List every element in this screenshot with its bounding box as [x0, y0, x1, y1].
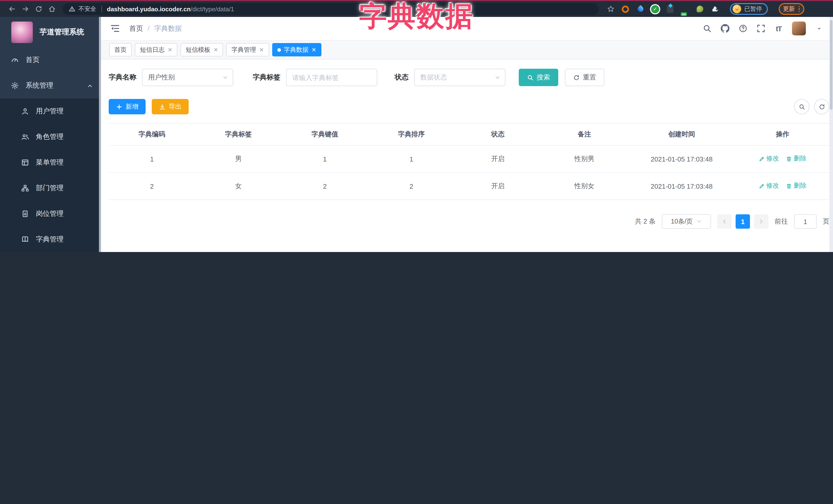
extension-check[interactable]: ✓	[650, 4, 660, 14]
page-size-select[interactable]: 10条/页	[662, 214, 711, 229]
prev-page-button[interactable]	[717, 214, 732, 229]
back-arrow-icon	[8, 5, 16, 13]
dict-data-table: 字典编码 字典标签 字典键值 字典排序 状态 备注 创建时间 操作 1	[109, 123, 829, 200]
sidebar-item-user-mgmt[interactable]: 用户管理	[0, 98, 101, 124]
sidebar-item-home[interactable]: 首页	[0, 47, 101, 73]
update-button[interactable]: 更新	[779, 3, 804, 15]
collapse-sidebar-button[interactable]	[109, 23, 120, 34]
sidebar-item-dict-mgmt[interactable]: 字典管理	[0, 226, 101, 252]
reset-button[interactable]: 重置	[565, 69, 604, 86]
col-actions: 操作	[736, 123, 829, 145]
trash-icon	[786, 183, 792, 189]
cell-actions: 修改 删除	[736, 172, 829, 200]
tab-home[interactable]: 首页	[109, 43, 132, 56]
refresh-table-button[interactable]	[814, 99, 829, 114]
browser-menu-dots-icon[interactable]	[799, 6, 800, 12]
search-form: 字典名称 用户性别 字典标签 状态 数据状态	[109, 69, 829, 86]
tab-sms-template[interactable]: 短信模板✕	[181, 43, 223, 56]
add-button[interactable]: 新增	[109, 99, 146, 114]
profile-emoji-icon	[733, 5, 741, 13]
browser-extensions: ✓ on 已暂停 更新	[606, 3, 804, 15]
cell-code: 1	[109, 145, 195, 172]
current-page-button[interactable]: 1	[736, 214, 750, 229]
chevron-down-icon	[495, 75, 500, 80]
question-icon	[738, 24, 747, 33]
avatar-menu-caret[interactable]	[814, 24, 824, 33]
extensions-menu-button[interactable]	[710, 4, 719, 14]
tab-sms-log[interactable]: 短信日志✕	[135, 43, 177, 56]
extension-slider[interactable]	[665, 4, 674, 14]
orange-ring-icon	[622, 5, 629, 13]
window-scrollbar[interactable]	[829, 17, 833, 252]
user-avatar[interactable]	[792, 22, 806, 35]
next-page-button[interactable]	[754, 214, 768, 229]
close-tab-icon[interactable]: ✕	[168, 47, 172, 52]
book-icon	[21, 235, 29, 243]
extension-switch[interactable]: on	[680, 4, 689, 14]
sidebar-submenu-system: 用户管理 角色管理 菜单管理 部门管理 岗位管理	[0, 98, 101, 252]
dict-name-label: 字典名称	[109, 73, 136, 82]
col-code: 字典编码	[109, 123, 195, 145]
dashboard-icon	[11, 56, 19, 64]
extension-pin[interactable]	[636, 4, 645, 14]
extension-bird[interactable]	[695, 4, 704, 14]
blue-pin-icon	[636, 5, 644, 13]
breadcrumb-current: 字典数据	[154, 24, 182, 33]
search-button[interactable]: 搜索	[519, 69, 558, 86]
header-search-button[interactable]	[702, 24, 712, 33]
extension-orange[interactable]	[621, 4, 630, 14]
pencil-icon	[759, 156, 765, 162]
user-icon	[21, 107, 29, 115]
sidebar-item-post-mgmt[interactable]: 岗位管理	[0, 201, 101, 226]
address-bar[interactable]: 不安全 dashboard.yudao.iocoder.cn/dict/type…	[63, 3, 599, 15]
dict-name-select[interactable]: 用户性别	[142, 69, 233, 86]
back-button[interactable]	[5, 2, 19, 16]
star-icon	[607, 5, 614, 13]
close-tab-icon[interactable]: ✕	[213, 47, 218, 52]
edit-link[interactable]: 修改	[759, 154, 779, 163]
org-tree-icon	[21, 184, 29, 192]
github-button[interactable]	[720, 24, 730, 33]
search-icon	[799, 103, 805, 110]
delete-link[interactable]: 删除	[786, 182, 807, 190]
col-status: 状态	[455, 123, 541, 145]
dict-tag-input[interactable]	[286, 69, 377, 86]
scrollbar-thumb[interactable]	[830, 20, 832, 110]
search-icon	[527, 74, 533, 81]
help-button[interactable]	[738, 24, 747, 33]
active-tab-dot	[277, 48, 281, 51]
forward-arrow-icon	[21, 5, 29, 13]
sidebar-scrollbar[interactable]	[99, 17, 101, 252]
on-badge: on	[681, 12, 687, 16]
status-select[interactable]: 数据状态	[414, 69, 505, 86]
delete-link[interactable]: 删除	[786, 154, 807, 163]
forward-button[interactable]	[19, 2, 32, 16]
close-tab-icon[interactable]: ✕	[311, 47, 316, 52]
tab-dict-mgmt[interactable]: 字典管理✕	[226, 43, 269, 56]
dict-name-value: 用户性别	[148, 73, 175, 82]
fullscreen-button[interactable]	[756, 24, 765, 33]
breadcrumb-home[interactable]: 首页	[129, 24, 143, 33]
main-area: 首页 / 字典数据 tT 首页 短信日志✕ 短信模板✕ 字典	[101, 17, 833, 252]
sidebar-logo-row[interactable]: 芋道管理系统	[0, 17, 101, 47]
tab-dict-data[interactable]: 字典数据✕	[272, 43, 321, 56]
home-button[interactable]	[45, 2, 58, 16]
export-button[interactable]: 导出	[152, 99, 189, 114]
sidebar-item-system[interactable]: 系统管理	[0, 73, 101, 98]
toggle-search-button[interactable]	[794, 99, 809, 114]
bookmark-star-button[interactable]	[606, 4, 615, 14]
page-buttons: 1	[717, 214, 768, 229]
goto-page-input[interactable]	[794, 214, 816, 229]
sidebar-item-dept-mgmt[interactable]: 部门管理	[0, 175, 101, 201]
sidebar-item-role-mgmt[interactable]: 角色管理	[0, 124, 101, 150]
edit-link[interactable]: 修改	[759, 182, 779, 190]
slider-icon	[667, 5, 673, 13]
profile-chip[interactable]: 已暂停	[730, 3, 768, 15]
tags-view-bar: 首页 短信日志✕ 短信模板✕ 字典管理✕ 字典数据✕	[101, 41, 833, 59]
reload-button[interactable]	[32, 2, 45, 16]
search-icon	[703, 24, 711, 33]
font-size-button[interactable]: tT	[774, 24, 783, 33]
close-tab-icon[interactable]: ✕	[259, 47, 264, 52]
sidebar-item-menu-mgmt[interactable]: 菜单管理	[0, 150, 101, 175]
cell-code: 2	[109, 172, 195, 200]
